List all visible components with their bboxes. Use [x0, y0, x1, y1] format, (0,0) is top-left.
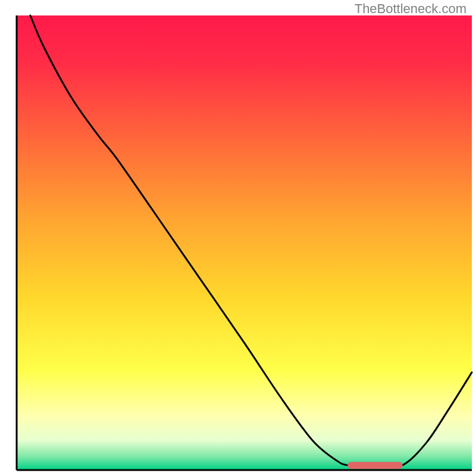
bottleneck-chart: [0, 0, 476, 476]
gradient-background: [17, 15, 472, 470]
chart-container: TheBottleneck.com: [0, 0, 476, 476]
attribution-text: TheBottleneck.com: [355, 1, 466, 17]
